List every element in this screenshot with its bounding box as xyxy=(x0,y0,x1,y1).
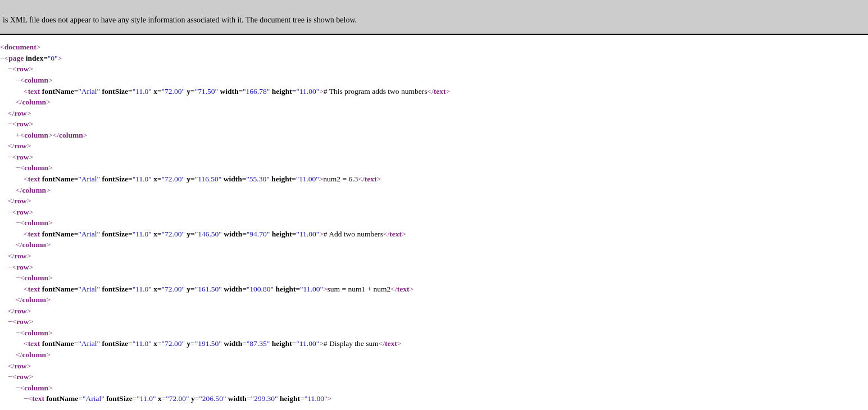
tag-text-open[interactable]: −<text fontName="Arial" fontSize="11.0" … xyxy=(0,393,868,404)
tag-text[interactable]: <text fontName="Arial" fontSize="11.0" x… xyxy=(0,284,868,295)
toggle-icon[interactable]: − xyxy=(16,163,20,172)
tag-page-open[interactable]: −<page index="0"> xyxy=(0,53,868,64)
toggle-icon[interactable]: − xyxy=(0,54,4,62)
toggle-icon[interactable]: − xyxy=(8,120,12,128)
toggle-icon[interactable]: − xyxy=(16,274,20,282)
tag-column-open[interactable]: −<column> xyxy=(0,272,868,284)
toggle-icon[interactable]: − xyxy=(16,384,20,392)
xml-no-style-banner: is XML file does not appear to have any … xyxy=(0,0,868,35)
tag-row-open[interactable]: −<row> xyxy=(0,262,868,273)
tag-row-open[interactable]: −<row> xyxy=(0,63,868,75)
tag-row-open[interactable]: −<row> xyxy=(0,316,868,327)
tag-row-open[interactable]: −<row> xyxy=(0,119,868,130)
toggle-icon[interactable]: − xyxy=(16,76,20,84)
tag-row-open[interactable]: −<row> xyxy=(0,207,868,218)
tag-row-close[interactable]: </row> xyxy=(0,306,868,317)
tag-row-close[interactable]: </row> xyxy=(0,108,868,119)
tag-column-empty[interactable]: +<column></column> xyxy=(0,130,868,141)
toggle-icon[interactable]: − xyxy=(8,208,12,216)
tag-text[interactable]: <text fontName="Arial" fontSize="11.0" x… xyxy=(0,86,868,97)
tag-row-close[interactable]: </row> xyxy=(0,250,868,262)
tag-column-close[interactable]: </column> xyxy=(0,349,868,361)
tag-column-open[interactable]: −<column> xyxy=(0,75,868,86)
tag-column-open[interactable]: −<column> xyxy=(0,382,868,394)
tag-row-open[interactable]: −<row> xyxy=(0,371,868,382)
toggle-icon[interactable]: − xyxy=(24,394,28,403)
tag-row-close[interactable]: </row> xyxy=(0,361,868,372)
tag-column-open[interactable]: −<column> xyxy=(0,217,868,229)
toggle-icon[interactable]: − xyxy=(8,153,12,161)
tag-row-close[interactable]: </row> xyxy=(0,195,868,207)
tag-text[interactable]: <text fontName="Arial" fontSize="11.0" x… xyxy=(0,338,868,349)
tag-column-close[interactable]: </column> xyxy=(0,185,868,196)
toggle-icon[interactable]: − xyxy=(8,65,12,73)
banner-message: is XML file does not appear to have any … xyxy=(0,2,868,26)
tag-column-close[interactable]: </column> xyxy=(0,294,868,306)
toggle-icon[interactable]: + xyxy=(16,131,20,139)
toggle-icon[interactable]: − xyxy=(16,329,20,337)
tag-column-close[interactable]: </column> xyxy=(0,97,868,108)
tag-text[interactable]: <text fontName="Arial" fontSize="11.0" x… xyxy=(0,229,868,240)
xml-tree: <document>−<page index="0">−<row>−<colum… xyxy=(0,42,868,404)
tag-row-open[interactable]: −<row> xyxy=(0,152,868,163)
tag-text[interactable]: <text fontName="Arial" fontSize="11.0" x… xyxy=(0,174,868,185)
toggle-icon[interactable]: − xyxy=(8,263,12,271)
tag-column-close[interactable]: </column> xyxy=(0,239,868,250)
toggle-icon[interactable]: − xyxy=(8,372,12,381)
toggle-icon[interactable]: − xyxy=(16,218,20,227)
tag-column-open[interactable]: −<column> xyxy=(0,162,868,174)
toggle-icon[interactable]: − xyxy=(8,317,12,326)
tag-column-open[interactable]: −<column> xyxy=(0,327,868,339)
tag-row-close[interactable]: </row> xyxy=(0,140,868,152)
tag-document-open[interactable]: <document> xyxy=(0,42,868,53)
